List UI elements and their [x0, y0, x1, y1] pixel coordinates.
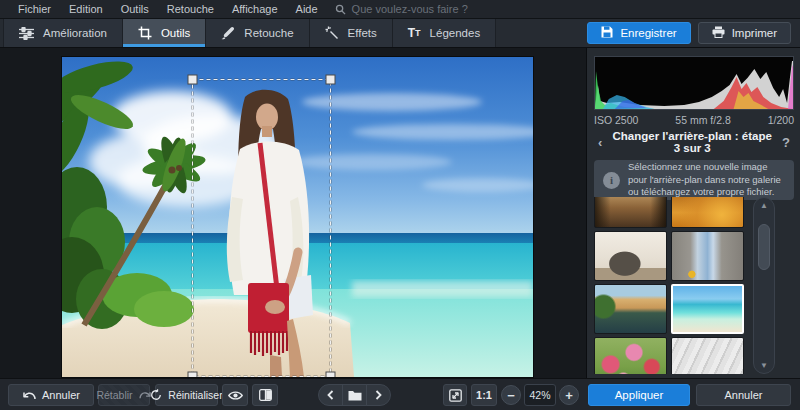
- info-icon: i: [603, 172, 620, 189]
- save-button[interactable]: Enregistrer: [587, 22, 690, 44]
- tab-label: Retouche: [244, 27, 293, 39]
- sliders-icon: [19, 27, 34, 40]
- menu-outils[interactable]: Outils: [112, 3, 158, 15]
- reset-icon: [150, 389, 162, 401]
- fit-to-screen-button[interactable]: [443, 384, 467, 406]
- histogram: [594, 56, 794, 110]
- tab-outils[interactable]: Outils: [123, 19, 206, 47]
- top-actions: Enregistrer Imprimer: [587, 19, 800, 47]
- tab-amelioration[interactable]: Amélioration: [3, 19, 123, 47]
- preview-original-button[interactable]: [222, 384, 248, 406]
- gallery-thumbnail-canal-houses[interactable]: [594, 284, 667, 334]
- redo-button[interactable]: Rétablir: [98, 384, 150, 406]
- info-text: Sélectionnez une nouvelle image pour l'a…: [628, 161, 785, 198]
- compare-split-icon: [259, 389, 272, 401]
- text-icon: TT: [408, 26, 421, 40]
- info-box: i Sélectionnez une nouvelle image pour l…: [594, 160, 794, 200]
- menu-aide[interactable]: Aide: [287, 3, 327, 15]
- tab-label: Effets: [348, 27, 377, 39]
- reset-button[interactable]: Réinitialiser: [155, 384, 218, 406]
- gallery-scrollbar[interactable]: ▲ ▼: [753, 197, 775, 374]
- one-to-one-zoom-button[interactable]: 1:1: [471, 384, 497, 406]
- zoom-in-button[interactable]: +: [559, 385, 579, 405]
- fit-screen-icon: [449, 389, 462, 402]
- scroll-down-icon[interactable]: ▼: [754, 361, 774, 370]
- before-after-button[interactable]: [252, 384, 278, 406]
- menu-affichage[interactable]: Affichage: [223, 3, 287, 15]
- one-to-one-label: 1:1: [476, 389, 492, 401]
- magic-wand-icon: [325, 26, 339, 40]
- tool-tabbar: Amélioration Outils Retouche Effets TT L…: [0, 19, 800, 48]
- print-label: Imprimer: [732, 27, 777, 39]
- previous-photo-button[interactable]: [318, 384, 343, 406]
- tab-label: Amélioration: [43, 27, 107, 39]
- exif-shutter: 1/200: [768, 114, 794, 126]
- tab-label: Outils: [161, 27, 190, 39]
- floppy-icon: [601, 26, 613, 40]
- menu-edition[interactable]: Edition: [60, 3, 112, 15]
- undo-icon: [22, 390, 36, 401]
- open-folder-button[interactable]: [342, 384, 367, 406]
- gallery-thumbnail-tropical-beach[interactable]: [671, 284, 744, 334]
- printer-icon: [712, 26, 725, 40]
- app-window: Fichier Edition Outils Retouche Affichag…: [0, 0, 800, 410]
- back-chevron-icon[interactable]: ‹: [598, 135, 602, 150]
- tab-retouche[interactable]: Retouche: [206, 19, 309, 47]
- scroll-up-icon[interactable]: ▲: [754, 201, 774, 210]
- search-icon: [335, 4, 346, 15]
- crop-icon: [138, 26, 152, 40]
- tab-label: Légendes: [430, 27, 481, 39]
- right-panel: ISO 2500 55 mm f/2.8 1/200 ‹ Changer l'a…: [586, 48, 800, 378]
- menu-fichier[interactable]: Fichier: [9, 3, 60, 15]
- eye-icon: [228, 390, 243, 401]
- gallery-thumbnail-autumn-leaves[interactable]: [671, 197, 744, 228]
- gallery-thumbnail-city-street[interactable]: [671, 231, 744, 281]
- undo-label: Annuler: [42, 389, 80, 401]
- exif-bar: ISO 2500 55 mm f/2.8 1/200: [594, 114, 794, 126]
- menu-retouche[interactable]: Retouche: [158, 3, 223, 15]
- gallery-thumbnail-sunset-path[interactable]: [594, 197, 667, 228]
- reset-label: Réinitialiser: [168, 389, 222, 401]
- scrollbar-thumb[interactable]: [758, 224, 770, 270]
- bottom-toolbar: Annuler Rétablir Réinitialiser: [0, 378, 800, 410]
- save-label: Enregistrer: [620, 27, 676, 39]
- background-gallery: [594, 197, 745, 374]
- exif-iso: ISO 2500: [594, 114, 638, 126]
- workspace: [0, 48, 586, 378]
- apply-button[interactable]: Appliquer: [588, 384, 690, 406]
- search-input[interactable]: Que voulez-vous faire ?: [335, 3, 468, 15]
- redo-label: Rétablir: [96, 389, 132, 401]
- gallery-thumbnail-flower-garden[interactable]: [594, 337, 667, 374]
- cancel-button[interactable]: Annuler: [696, 384, 791, 406]
- panel-title: Changer l'arrière-plan : étape 3 sur 3: [610, 130, 774, 154]
- tab-effets[interactable]: Effets: [310, 19, 393, 47]
- photo-canvas[interactable]: [62, 57, 533, 377]
- menu-bar: Fichier Edition Outils Retouche Affichag…: [0, 0, 800, 19]
- zoom-level-value[interactable]: 42%: [524, 384, 556, 406]
- brush-icon: [221, 26, 235, 40]
- exif-lens: 55 mm f/2.8: [675, 114, 730, 126]
- gallery-thumbnail-paper-texture[interactable]: [671, 337, 744, 374]
- photo-nav-group: [318, 384, 391, 406]
- print-button[interactable]: Imprimer: [698, 22, 791, 44]
- undo-button[interactable]: Annuler: [8, 384, 94, 406]
- panel-header: ‹ Changer l'arrière-plan : étape 3 sur 3…: [587, 130, 800, 154]
- next-photo-button[interactable]: [366, 384, 391, 406]
- tab-legendes[interactable]: TT Légendes: [393, 19, 496, 47]
- zoom-out-button[interactable]: −: [501, 385, 521, 405]
- search-placeholder: Que voulez-vous faire ?: [352, 3, 468, 15]
- gallery-thumbnail-living-room[interactable]: [594, 231, 667, 281]
- help-icon[interactable]: ?: [782, 135, 790, 150]
